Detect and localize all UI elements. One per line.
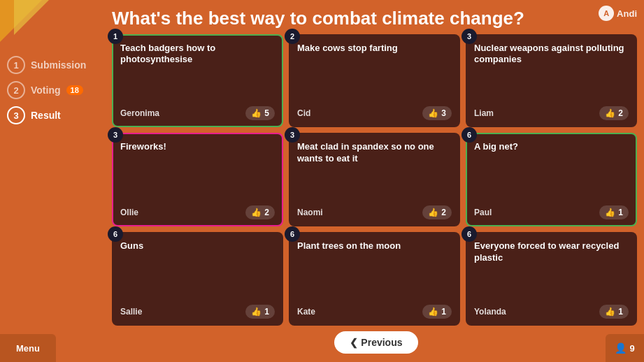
card-rank-badge: 3 <box>461 29 477 44</box>
card-6: 6 A big net? Paul 👍 1 <box>466 133 637 226</box>
sidebar-item-voting[interactable]: 2 Voting 18 <box>7 81 108 99</box>
card-author: Sallie <box>120 307 142 317</box>
card-8: 6 Plant trees on the moon Kate 👍 1 <box>289 232 460 326</box>
sidebar-circle-submission: 1 <box>7 56 25 74</box>
card-footer: Cid 👍 3 <box>297 106 452 120</box>
page-title: What's the best way to combat climate ch… <box>112 8 524 29</box>
votes-count: 1 <box>618 208 623 217</box>
card-text: Meat clad in spandex so no one wants to … <box>297 138 452 201</box>
thumbs-up-icon: 👍 <box>605 307 615 317</box>
card-votes: 👍 1 <box>599 305 629 319</box>
main-content: What's the best way to combat climate ch… <box>108 0 644 362</box>
thumbs-up-icon: 👍 <box>251 307 262 317</box>
card-text: Guns <box>120 238 275 301</box>
sidebar-badge-voting: 18 <box>66 85 83 95</box>
votes-count: 1 <box>264 307 269 317</box>
votes-count: 2 <box>264 208 269 217</box>
card-3: 3 Nuclear weapons against polluting comp… <box>466 34 637 128</box>
votes-count: 1 <box>618 307 623 317</box>
card-text: Plant trees on the moon <box>297 238 452 301</box>
participants-count: 9 <box>629 343 634 354</box>
sidebar-item-submission[interactable]: 1 Submission <box>7 56 108 74</box>
sidebar-label-result: Result <box>31 110 61 121</box>
thumbs-up-icon: 👍 <box>428 208 438 217</box>
cards-grid: 1 Teach badgers how to photosynthesise G… <box>108 34 644 326</box>
card-author: Yolanda <box>474 307 506 317</box>
card-rank-badge: 1 <box>108 29 123 44</box>
card-2: 2 Make cows stop farting Cid 👍 3 <box>289 34 460 128</box>
votes-count: 1 <box>441 307 446 317</box>
sidebar-label-submission: Submission <box>31 59 86 71</box>
card-author: Ollie <box>120 208 138 217</box>
thumbs-up-icon: 👍 <box>251 208 262 217</box>
votes-count: 3 <box>441 108 446 118</box>
card-footer: Yolanda 👍 1 <box>474 305 629 319</box>
card-author: Paul <box>474 208 492 217</box>
card-rank-badge: 2 <box>285 29 300 44</box>
card-author: Liam <box>474 108 494 118</box>
card-text: Everyone forced to wear recycled plastic <box>474 238 629 301</box>
votes-count: 5 <box>264 108 269 118</box>
card-4: 3 Fireworks! Ollie 👍 2 <box>112 133 283 226</box>
card-votes: 👍 1 <box>245 305 275 319</box>
menu-button[interactable]: Menu <box>0 334 56 362</box>
card-footer: Kate 👍 1 <box>297 305 452 319</box>
card-7: 6 Guns Sallie 👍 1 <box>112 232 283 326</box>
pagination: ❮ Previous <box>108 326 644 362</box>
votes-count: 2 <box>618 108 623 118</box>
card-text: Make cows stop farting <box>297 40 452 103</box>
thumbs-up-icon: 👍 <box>428 108 438 118</box>
votes-count: 2 <box>441 208 446 217</box>
card-votes: 👍 1 <box>599 205 629 219</box>
card-votes: 👍 3 <box>422 106 452 120</box>
card-votes: 👍 2 <box>245 205 275 219</box>
card-1: 1 Teach badgers how to photosynthesise G… <box>112 34 283 128</box>
card-text: Fireworks! <box>120 138 275 201</box>
card-footer: Sallie 👍 1 <box>120 305 275 319</box>
card-author: Kate <box>297 307 315 317</box>
card-5: 3 Meat clad in spandex so no one wants t… <box>289 133 460 226</box>
card-votes: 👍 1 <box>422 305 452 319</box>
sidebar-item-result[interactable]: 3 Result <box>7 106 108 124</box>
card-9: 6 Everyone forced to wear recycled plast… <box>466 232 637 326</box>
card-author: Geronima <box>120 108 159 118</box>
sidebar-label-voting: Voting <box>31 85 61 96</box>
sidebar-circle-voting: 2 <box>7 81 25 99</box>
card-votes: 👍 2 <box>599 106 629 120</box>
thumbs-up-icon: 👍 <box>251 108 262 118</box>
card-votes: 👍 5 <box>245 106 275 120</box>
participants-button[interactable]: 👤 9 <box>606 334 644 362</box>
card-text: A big net? <box>474 138 629 201</box>
card-author: Cid <box>297 108 310 118</box>
thumbs-up-icon: 👍 <box>605 208 615 217</box>
card-votes: 👍 2 <box>422 205 452 219</box>
person-icon: 👤 <box>615 342 627 354</box>
card-author: Naomi <box>297 208 323 217</box>
thumbs-up-icon: 👍 <box>428 307 438 317</box>
thumbs-up-icon: 👍 <box>605 108 615 118</box>
sidebar: 1 Submission 2 Voting 18 3 Result <box>0 0 108 362</box>
card-footer: Paul 👍 1 <box>474 205 629 219</box>
header: What's the best way to combat climate ch… <box>108 0 644 34</box>
sidebar-circle-result: 3 <box>7 106 25 124</box>
card-text: Nuclear weapons against polluting compan… <box>474 40 629 103</box>
card-footer: Liam 👍 2 <box>474 106 629 120</box>
card-footer: Naomi 👍 2 <box>297 205 452 219</box>
card-footer: Geronima 👍 5 <box>120 106 275 120</box>
previous-button[interactable]: ❮ Previous <box>334 331 417 354</box>
card-footer: Ollie 👍 2 <box>120 205 275 219</box>
card-text: Teach badgers how to photosynthesise <box>120 40 275 103</box>
